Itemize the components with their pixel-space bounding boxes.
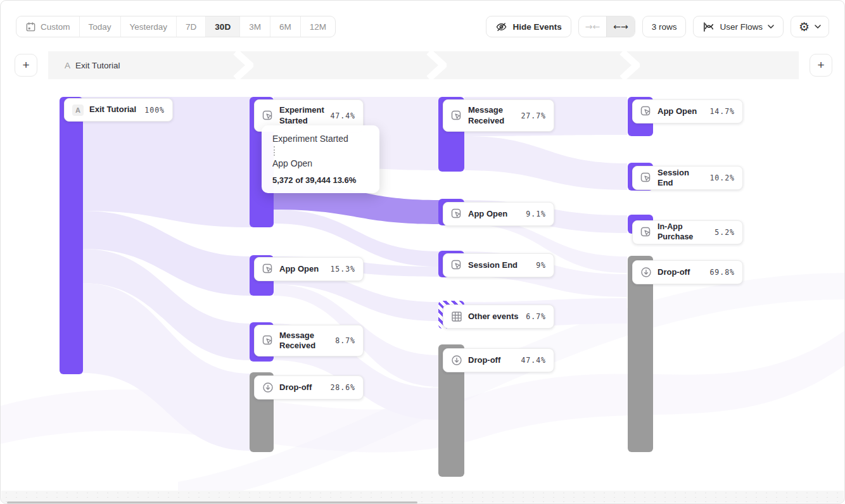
- click-event-icon: [640, 106, 652, 117]
- flow-ribbon-messagereceived-to-sessionend4[interactable]: [464, 136, 627, 190]
- node-label: Session End: [468, 260, 518, 270]
- step-name: Exit Tutorial: [75, 61, 120, 70]
- date-range-7d[interactable]: 7D: [176, 16, 205, 37]
- click-event-icon: [262, 110, 274, 122]
- tooltip-source-event: Experiment Started: [272, 134, 369, 144]
- tooltip-target-event: App Open: [272, 158, 369, 168]
- expand-columns-button[interactable]: ←→: [606, 16, 634, 37]
- date-range-label: 3M: [249, 22, 261, 32]
- collapse-expand-toggle: →← ←→: [578, 16, 635, 37]
- steps-header-bar[interactable]: A Exit Tutorial: [48, 51, 799, 79]
- flow-node-app-open-c4[interactable]: App Open 14.7%: [632, 99, 743, 123]
- flow-node-other-events-c3[interactable]: Other events 6.7%: [443, 305, 554, 329]
- view-selector-button[interactable]: User Flows: [693, 16, 784, 37]
- date-range-group: Custom Today Yesterday 7D 30D 3M 6M 12M: [16, 16, 336, 37]
- flow-node-drop-off-c4[interactable]: Drop-off 69.8%: [632, 260, 743, 284]
- horizontal-scrollbar[interactable]: [7, 501, 417, 503]
- plus-icon: +: [22, 58, 29, 72]
- node-label: Exit Tutorial: [89, 104, 136, 115]
- date-range-yesterday[interactable]: Yesterday: [120, 16, 177, 37]
- step-separator-chevron: [233, 51, 253, 79]
- date-range-6m[interactable]: 6M: [270, 16, 300, 37]
- user-flows-chart-icon: [702, 21, 715, 33]
- node-pct: 10.2%: [709, 173, 735, 182]
- flow-hover-tooltip: Experiment Started App Open 5,372 of 39,…: [262, 125, 379, 193]
- node-label: Experiment Started: [279, 105, 324, 126]
- node-label: Session End: [658, 168, 704, 189]
- user-flows-app: Custom Today Yesterday 7D 30D 3M 6M 12M …: [0, 0, 845, 504]
- click-event-icon: [262, 263, 274, 275]
- eye-off-icon: [495, 21, 507, 33]
- date-range-3m[interactable]: 3M: [239, 16, 270, 37]
- sankey-bar-drop-off-c4[interactable]: [628, 256, 653, 452]
- node-label: Message Received: [279, 331, 325, 351]
- node-label: App Open: [658, 106, 697, 117]
- node-pct: 6.7%: [526, 312, 546, 321]
- node-label: Message Received: [468, 105, 514, 126]
- add-step-right-button[interactable]: +: [810, 54, 832, 77]
- click-event-icon: [262, 335, 274, 346]
- flow-node-message-received-c2[interactable]: Message Received 8.7%: [254, 325, 364, 356]
- node-pct: 9%: [536, 261, 546, 270]
- date-range-custom[interactable]: Custom: [16, 16, 79, 37]
- date-range-label: 30D: [215, 22, 231, 32]
- drop-off-icon: [640, 267, 652, 278]
- tooltip-connector-dots: [274, 146, 275, 156]
- date-range-label: Custom: [41, 22, 70, 32]
- gear-icon: ⚙: [799, 21, 810, 33]
- node-label: App Open: [279, 264, 319, 274]
- click-event-icon: [451, 208, 462, 220]
- node-pct: 14.7%: [709, 107, 735, 116]
- step-separator-chevron: [619, 51, 640, 79]
- flow-node-session-end-c4[interactable]: Session End 10.2%: [632, 166, 743, 190]
- chevron-down-icon: [768, 25, 774, 29]
- node-label: Drop-off: [658, 267, 690, 277]
- node-label: Other events: [468, 312, 518, 322]
- sankey-bar-exit-tutorial[interactable]: [60, 97, 83, 374]
- step-a-badge: A: [72, 104, 84, 116]
- node-pct: 69.8%: [709, 268, 735, 277]
- plus-icon: +: [817, 58, 824, 72]
- node-pct: 47.4%: [521, 356, 546, 365]
- drop-off-icon: [451, 355, 462, 366]
- node-label: App Open: [468, 209, 507, 219]
- node-label: Drop-off: [468, 355, 500, 365]
- expand-arrows-icon: ←→: [613, 22, 628, 32]
- date-range-label: Today: [89, 22, 111, 32]
- node-label: Drop-off: [279, 382, 312, 393]
- flow-node-in-app-purchase-c4[interactable]: In-App Purchase 5.2%: [632, 220, 743, 244]
- date-range-today[interactable]: Today: [79, 16, 120, 37]
- chevron-down-icon: [815, 25, 821, 29]
- node-pct: 100%: [144, 106, 165, 115]
- flow-node-app-open-c3[interactable]: App Open 9.1%: [443, 202, 554, 226]
- collapse-arrows-icon: →←: [585, 22, 600, 32]
- hide-events-button[interactable]: Hide Events: [486, 16, 571, 37]
- grid-icon: [451, 311, 462, 322]
- click-event-icon: [451, 110, 462, 122]
- flow-node-exit-tutorial[interactable]: A Exit Tutorial 100%: [64, 98, 173, 122]
- flow-node-app-open-c2[interactable]: App Open 15.3%: [254, 257, 364, 281]
- calendar-icon: [25, 22, 36, 32]
- tooltip-stats: 5,372 of 39,444 13.6%: [272, 175, 369, 185]
- date-range-30d-active[interactable]: 30D: [205, 16, 239, 37]
- node-pct: 8.7%: [335, 336, 355, 345]
- date-range-label: 12M: [310, 22, 326, 32]
- settings-button[interactable]: ⚙: [791, 16, 829, 37]
- node-label: In-App Purchase: [658, 222, 709, 242]
- step-separator-chevron: [426, 51, 447, 79]
- node-pct: 28.6%: [330, 383, 355, 392]
- collapse-columns-button[interactable]: →←: [579, 16, 606, 37]
- flow-node-drop-off-c3[interactable]: Drop-off 47.4%: [443, 348, 554, 372]
- date-range-12m[interactable]: 12M: [300, 16, 335, 37]
- flow-node-session-end-c3[interactable]: Session End 9%: [443, 253, 554, 277]
- rows-button[interactable]: 3 rows: [642, 16, 687, 37]
- toolbar-right-cluster: Hide Events →← ←→ 3 rows User Flows ⚙: [486, 16, 829, 37]
- date-range-label: 7D: [186, 22, 196, 32]
- flow-node-message-received-c3[interactable]: Message Received 27.7%: [443, 99, 554, 132]
- node-pct: 47.4%: [330, 111, 355, 120]
- add-step-left-button[interactable]: +: [15, 54, 37, 77]
- flow-node-drop-off-c2[interactable]: Drop-off 28.6%: [254, 375, 364, 400]
- drop-off-icon: [262, 382, 274, 393]
- node-pct: 5.2%: [715, 228, 735, 237]
- click-event-icon: [640, 172, 652, 184]
